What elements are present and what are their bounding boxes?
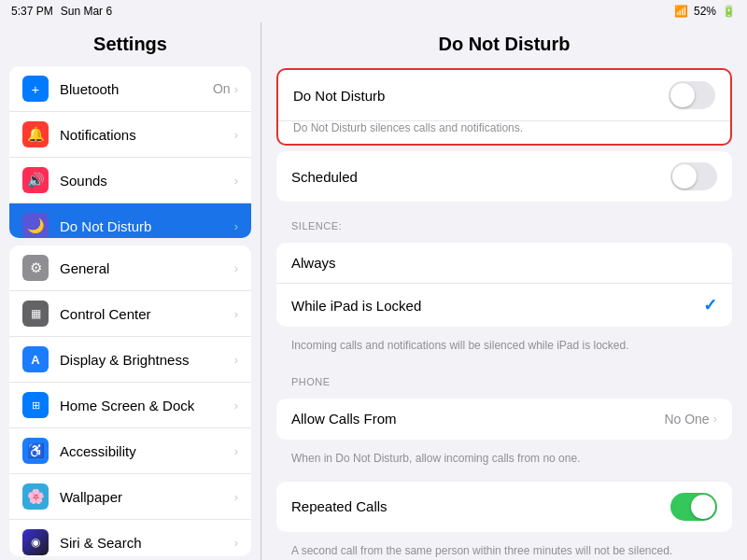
chevron-icon: › — [234, 444, 238, 458]
sidebar-item-donotdisturb[interactable]: 🌙 Do Not Disturb › — [9, 203, 251, 238]
sidebar-item-wallpaper[interactable]: 🌸 Wallpaper › — [9, 474, 251, 520]
chevron-icon: › — [234, 174, 238, 188]
silence-always-row[interactable]: Always — [276, 243, 732, 284]
siri-icon: ◉ — [22, 529, 49, 555]
status-bar: 5:37 PM Sun Mar 6 📶 52% 🔋 — [0, 0, 747, 22]
sidebar-item-sounds[interactable]: 🔊 Sounds › — [9, 158, 251, 203]
allow-calls-value: No One — [664, 412, 709, 427]
scheduled-label: Scheduled — [291, 169, 670, 185]
sidebar-item-general[interactable]: ⚙ General › — [9, 245, 251, 291]
dnd-toggle-knob — [670, 83, 695, 107]
donotdisturb-icon: 🌙 — [22, 213, 49, 238]
sidebar-label-donotdisturb: Do Not Disturb — [60, 218, 234, 234]
sidebar-item-display[interactable]: A Display & Brightness › — [9, 337, 251, 383]
battery-icon: 🔋 — [722, 5, 736, 18]
sidebar-section-bottom: ⚙ General › ▦ Control Center › A Display… — [9, 245, 251, 556]
sidebar-label-accessibility: Accessibility — [60, 443, 234, 459]
silence-description: Incoming calls and notifications will be… — [261, 332, 747, 363]
notifications-icon: 🔔 — [22, 121, 49, 147]
controlcenter-icon: ▦ — [22, 301, 49, 327]
dnd-toggle[interactable] — [669, 81, 715, 109]
sidebar-item-homescreen[interactable]: ⊞ Home Screen & Dock › — [9, 383, 251, 428]
sidebar-item-controlcenter[interactable]: ▦ Control Center › — [9, 291, 251, 337]
sidebar-label-bluetooth: Bluetooth — [60, 81, 213, 97]
sounds-icon: 🔊 — [22, 167, 49, 193]
chevron-icon: › — [234, 353, 238, 367]
sidebar-label-wallpaper: Wallpaper — [60, 489, 234, 505]
dnd-description: Do Not Disturb silences calls and notifi… — [278, 121, 730, 144]
sidebar-label-display: Display & Brightness — [60, 352, 234, 368]
chevron-icon: › — [234, 128, 238, 142]
sidebar-label-siri: Siri & Search — [60, 535, 234, 551]
sidebar-label-controlcenter: Control Center — [60, 306, 234, 322]
phone-section: Allow Calls From No One › — [276, 399, 732, 440]
display-icon: A — [22, 346, 49, 372]
silence-always-label: Always — [291, 255, 717, 271]
repeated-calls-label: Repeated Calls — [291, 498, 670, 514]
content-area: Do Not Disturb Do Not Disturb Do Not Dis… — [261, 22, 747, 560]
repeated-calls-toggle-knob — [691, 495, 715, 519]
content-title: Do Not Disturb — [261, 22, 747, 63]
allow-calls-label: Allow Calls From — [291, 411, 664, 427]
chevron-icon: › — [234, 261, 238, 275]
silence-locked-row[interactable]: While iPad is Locked ✓ — [276, 284, 732, 327]
repeated-calls-section: Repeated Calls — [276, 482, 732, 532]
sidebar-item-notifications[interactable]: 🔔 Notifications › — [9, 112, 251, 158]
checkmark-icon: ✓ — [703, 295, 717, 315]
scheduled-toggle-knob — [672, 164, 697, 189]
chevron-icon: › — [234, 82, 238, 96]
scheduled-row: Scheduled — [276, 151, 732, 202]
dnd-label: Do Not Disturb — [293, 88, 669, 104]
chevron-icon: › — [234, 307, 238, 321]
allow-calls-row[interactable]: Allow Calls From No One › — [276, 399, 732, 440]
main-layout: Settings + Bluetooth On › 🔔 Notification… — [0, 22, 747, 560]
repeated-calls-description: A second call from the same person withi… — [261, 538, 747, 560]
do-not-disturb-section: Do Not Disturb Do Not Disturb silences c… — [276, 68, 732, 146]
silence-section: Always While iPad is Locked ✓ — [276, 243, 732, 327]
battery-indicator: 52% — [694, 5, 716, 18]
bluetooth-icon: + — [22, 76, 49, 102]
chevron-icon: › — [234, 536, 238, 550]
wallpaper-icon: 🌸 — [22, 483, 49, 510]
silence-section-label: SILENCE: — [261, 207, 747, 237]
sidebar-label-general: General — [60, 260, 234, 276]
sidebar-item-siri[interactable]: ◉ Siri & Search › — [9, 520, 251, 556]
sidebar-item-bluetooth[interactable]: + Bluetooth On › — [9, 66, 251, 112]
scheduled-section: Scheduled — [276, 151, 732, 202]
wifi-icon: 📶 — [674, 5, 688, 18]
allow-calls-description: When in Do Not Disturb, allow incoming c… — [261, 445, 747, 476]
general-icon: ⚙ — [22, 255, 49, 281]
chevron-right-icon: › — [713, 412, 717, 426]
phone-section-label: PHONE — [261, 363, 747, 393]
repeated-calls-row: Repeated Calls — [276, 482, 732, 532]
homescreen-icon: ⊞ — [22, 392, 49, 418]
sidebar-section-top: + Bluetooth On › 🔔 Notifications › 🔊 Sou… — [9, 66, 251, 238]
chevron-icon: › — [234, 399, 238, 413]
repeated-calls-toggle[interactable] — [670, 493, 717, 521]
scheduled-toggle[interactable] — [670, 162, 717, 190]
status-date: Sun Mar 6 — [61, 5, 112, 18]
sidebar-title: Settings — [0, 22, 261, 63]
chevron-icon: › — [234, 490, 238, 504]
sidebar-item-accessibility[interactable]: ♿ Accessibility › — [9, 428, 251, 474]
sidebar-label-sounds: Sounds — [60, 173, 234, 189]
chevron-icon: › — [234, 219, 238, 233]
dnd-toggle-row: Do Not Disturb — [278, 70, 730, 121]
accessibility-icon: ♿ — [22, 438, 49, 464]
sidebar-label-homescreen: Home Screen & Dock — [60, 398, 234, 413]
silence-locked-label: While iPad is Locked — [291, 298, 703, 314]
status-time: 5:37 PM — [11, 5, 53, 18]
sidebar-label-notifications: Notifications — [60, 127, 234, 143]
bluetooth-value: On — [213, 81, 231, 96]
sidebar: Settings + Bluetooth On › 🔔 Notification… — [0, 22, 261, 560]
